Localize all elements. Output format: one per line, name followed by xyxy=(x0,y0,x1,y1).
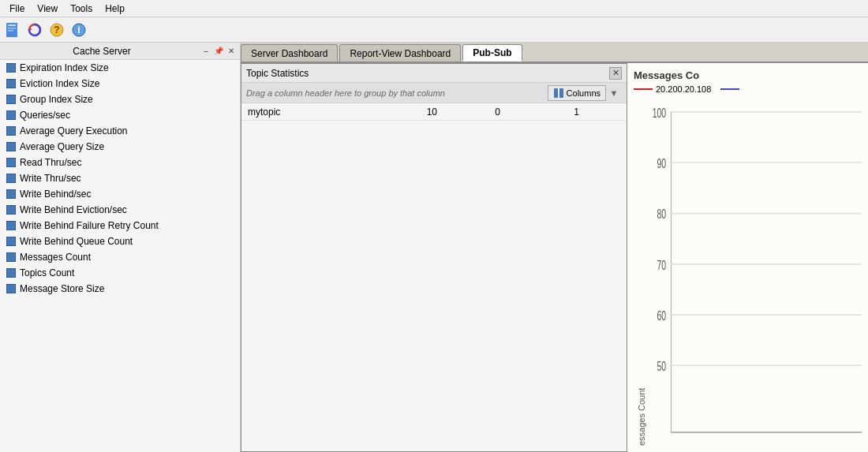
toolbox-item-label: Messages Count xyxy=(20,252,91,263)
svg-text:?: ? xyxy=(54,24,59,35)
main-layout: Cache Server – 📌 ✕ Expiration Index Size… xyxy=(0,43,868,452)
toolbox-item-topics-count[interactable]: Topics Count xyxy=(0,265,240,281)
menu-bar: File View Tools Help xyxy=(0,0,868,17)
topic-val2-cell: 0 xyxy=(453,106,516,118)
svg-text:80: 80 xyxy=(657,207,667,222)
toolbox-item-label: Topics Count xyxy=(20,267,74,278)
svg-rect-1 xyxy=(8,24,16,26)
columns-icon xyxy=(553,88,564,99)
svg-text:100: 100 xyxy=(653,105,667,120)
toolbox-title: Cache Server xyxy=(3,46,200,57)
toolbox-header: Cache Server – 📌 ✕ xyxy=(0,43,240,60)
toolbox-pin-btn[interactable]: 📌 xyxy=(213,46,224,57)
menu-tools[interactable]: Tools xyxy=(64,2,99,16)
topic-val1-cell: 10 xyxy=(390,106,453,118)
item-icon xyxy=(6,205,16,215)
toolbox-item-label: Group Index Size xyxy=(20,94,93,105)
info-icon[interactable]: i xyxy=(69,21,88,39)
toolbox-item-label: Write Behind Failure Retry Count xyxy=(20,220,159,231)
toolbox-item-label: Write Thru/sec xyxy=(20,173,81,184)
svg-rect-2 xyxy=(8,28,16,29)
menu-view[interactable]: View xyxy=(31,2,64,16)
legend-item-blue xyxy=(720,88,743,90)
menu-file[interactable]: File xyxy=(3,2,31,16)
toolbox-item-eviction-index-size[interactable]: Eviction Index Size xyxy=(0,76,240,92)
toolbox-item-write-behind-failure[interactable]: Write Behind Failure Retry Count xyxy=(0,218,240,233)
toolbar: ? i xyxy=(0,17,868,43)
table-row[interactable]: mytopic 10 0 1 xyxy=(241,103,627,121)
svg-rect-10 xyxy=(559,88,563,98)
toolbox-list: Expiration Index Size Eviction Index Siz… xyxy=(0,60,240,452)
tabs-bar: Server Dashboard Report-View Dashboard P… xyxy=(241,43,868,63)
help-icon[interactable]: ? xyxy=(47,21,66,39)
svg-rect-9 xyxy=(554,88,558,98)
chart-container: essages Count 100 90 xyxy=(634,99,862,446)
tab-server-dashboard[interactable]: Server Dashboard xyxy=(241,44,338,62)
chart-legend: 20.200.20.108 xyxy=(634,84,862,94)
panel-close-btn[interactable]: ✕ xyxy=(609,67,622,80)
chart-svg-area: 100 90 80 70 60 xyxy=(646,99,862,446)
columns-btn-label: Columns xyxy=(567,88,600,98)
toolbox-item-label: Write Behind Eviction/sec xyxy=(20,204,127,215)
toolbox-item-write-behind-sec[interactable]: Write Behind/sec xyxy=(0,186,240,202)
tab-report-view-dashboard[interactable]: Report-View Dashboard xyxy=(339,44,461,62)
item-icon xyxy=(6,158,16,167)
toolbox-item-queries-sec[interactable]: Queries/sec xyxy=(0,107,240,123)
toolbox-item-message-store-size[interactable]: Message Store Size xyxy=(0,281,240,297)
svg-text:70: 70 xyxy=(657,257,667,272)
tab-pub-sub-label: Pub-Sub xyxy=(473,47,511,58)
tab-pub-sub[interactable]: Pub-Sub xyxy=(462,44,522,62)
toolbox-close-btn[interactable]: ✕ xyxy=(226,46,237,57)
panel-header: Topic Statistics ✕ xyxy=(241,64,627,83)
toolbox-minimize-btn[interactable]: – xyxy=(200,46,211,57)
item-icon xyxy=(6,284,16,293)
svg-rect-3 xyxy=(8,30,13,32)
item-icon xyxy=(6,126,16,136)
toolbox-item-label: Read Thru/sec xyxy=(20,157,82,168)
toolbox-item-read-thru-sec[interactable]: Read Thru/sec xyxy=(0,155,240,170)
item-icon xyxy=(6,110,16,120)
grid-body: mytopic 10 0 1 xyxy=(241,103,627,451)
item-icon xyxy=(6,174,16,183)
svg-text:60: 60 xyxy=(657,308,667,323)
item-icon xyxy=(6,189,16,199)
legend-line-red xyxy=(634,88,653,90)
toolbox-item-write-behind-eviction[interactable]: Write Behind Eviction/sec xyxy=(0,202,240,218)
menu-help[interactable]: Help xyxy=(99,2,131,16)
item-icon xyxy=(6,221,16,230)
toolbox-item-avg-query-exec[interactable]: Average Query Execution xyxy=(0,123,240,139)
legend-item-red: 20.200.20.108 xyxy=(634,84,711,94)
chart-svg: 100 90 80 70 60 xyxy=(646,99,862,446)
toolbox-item-group-index-size[interactable]: Group Index Size xyxy=(0,92,240,107)
toolbox-item-label: Average Query Execution xyxy=(20,125,128,136)
content-area: Server Dashboard Report-View Dashboard P… xyxy=(241,43,868,452)
svg-text:50: 50 xyxy=(657,359,667,374)
toolbox-item-messages-count[interactable]: Messages Count xyxy=(0,249,240,265)
grid-header: Drag a column header here to group by th… xyxy=(241,83,627,103)
legend-label-red: 20.200.20.108 xyxy=(656,84,711,94)
toolbox-controls: – 📌 ✕ xyxy=(200,46,237,57)
refresh-icon[interactable] xyxy=(25,21,44,39)
toolbox-item-label: Write Behind/sec xyxy=(20,189,92,200)
item-icon xyxy=(6,79,16,88)
toolbox-item-expiration-index-size[interactable]: Expiration Index Size xyxy=(0,60,240,76)
chart-title: Messages Co xyxy=(634,69,862,81)
columns-button[interactable]: Columns xyxy=(548,85,606,101)
item-icon xyxy=(6,63,16,73)
item-icon xyxy=(6,237,16,246)
toolbox-item-write-thru-sec[interactable]: Write Thru/sec xyxy=(0,170,240,186)
new-icon[interactable] xyxy=(3,21,22,39)
toolbox-item-avg-query-size[interactable]: Average Query Size xyxy=(0,139,240,155)
item-icon xyxy=(6,252,16,262)
toolbox-item-label: Average Query Size xyxy=(20,141,104,152)
toolbox-item-label: Write Behind Queue Count xyxy=(20,236,133,247)
toolbox-item-label: Message Store Size xyxy=(20,283,104,294)
toolbox-item-label: Eviction Index Size xyxy=(20,78,99,89)
grid-drag-hint: Drag a column header here to group by th… xyxy=(246,88,548,98)
panel-scroll-btn[interactable]: ▼ xyxy=(606,88,622,98)
svg-text:90: 90 xyxy=(657,155,667,170)
toolbox-item-write-behind-queue[interactable]: Write Behind Queue Count xyxy=(0,233,240,249)
toolbox-item-label: Expiration Index Size xyxy=(20,62,109,73)
toolbox-item-label: Queries/sec xyxy=(20,110,70,121)
tab-server-dashboard-label: Server Dashboard xyxy=(251,48,327,59)
